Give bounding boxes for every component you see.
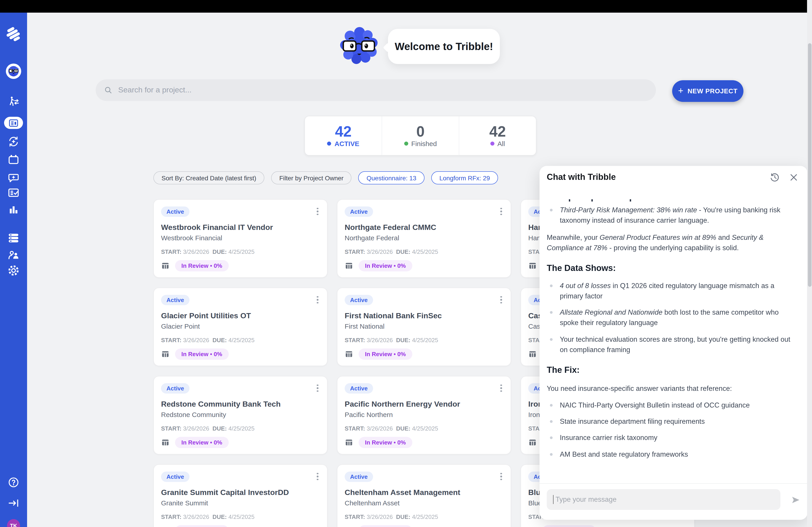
card-menu-button[interactable] <box>497 383 505 394</box>
mascot-avatar-icon[interactable] <box>6 63 21 79</box>
chat-bullet: AM Best and state regulatory frameworks <box>547 449 796 460</box>
table-icon <box>345 350 353 358</box>
project-card[interactable]: Active First National Bank FinSec First … <box>337 288 511 366</box>
project-search[interactable] <box>96 79 656 101</box>
chat-fix-intro: You need insurance-specific answer varia… <box>547 383 796 394</box>
status-badge: Active <box>161 295 189 305</box>
status-badge: Active <box>345 207 373 217</box>
stat-finished-value: 0 <box>416 124 425 139</box>
chat-title: Chat with Tribble <box>547 172 769 182</box>
app-root: TK Welcome to Tribble! <box>0 0 812 527</box>
project-title: Northgate Federal CMMC <box>345 223 503 232</box>
sidebar: TK <box>0 13 27 527</box>
chat-messages: Third-Party Risk Management: 38% win rat… <box>547 189 796 469</box>
project-title: Redstone Community Bank Tech <box>161 400 319 409</box>
chat-input[interactable] <box>555 495 774 504</box>
card-menu-button[interactable] <box>497 471 505 482</box>
status-badge: Active <box>161 471 189 482</box>
project-card[interactable]: Active Glacier Point Utilities OT Glacie… <box>154 288 328 366</box>
project-card[interactable]: Active Cheltenham Asset Management Chelt… <box>337 464 511 527</box>
stat-active[interactable]: 42 ACTIVE <box>305 116 382 155</box>
card-menu-button[interactable] <box>497 206 505 217</box>
project-subtitle: Northgate Federal <box>345 234 399 242</box>
table-icon <box>528 438 537 447</box>
chat-bullet: NAIC Third-Party Oversight Bulletin inst… <box>547 400 796 410</box>
checklist-icon[interactable] <box>8 187 19 199</box>
chat-panel: Chat with Tribble Third-Party Risk Manag… <box>539 166 808 520</box>
project-dates: START: 3/26/2026 DUE: 4/25/2025 <box>161 513 255 520</box>
project-dates: START: 3/26/2026 DUE: 4/25/2025 <box>161 425 255 432</box>
new-project-button[interactable]: + NEW PROJECT <box>672 80 743 102</box>
stat-active-value: 42 <box>335 124 351 139</box>
new-project-label: NEW PROJECT <box>687 88 738 95</box>
page-scrollbar-thumb[interactable] <box>808 43 811 287</box>
progress-badge: In Review • 0% <box>175 260 229 271</box>
welcome-text: Welcome to Tribble! <box>395 40 493 52</box>
plus-icon: + <box>678 86 683 96</box>
project-title: Pacific Northern Energy Vendor <box>345 400 503 409</box>
stat-all[interactable]: 42 All <box>459 116 536 155</box>
bar-chart-icon[interactable] <box>8 204 19 215</box>
progress-badge: In Review • 0% <box>359 525 412 527</box>
sign-out-icon[interactable] <box>8 497 19 509</box>
people-icon[interactable] <box>8 249 20 261</box>
chat-close-button[interactable] <box>788 171 799 183</box>
sort-by-chip[interactable]: Sort By: Created Date (latest first) <box>154 171 264 184</box>
table-icon <box>345 438 353 447</box>
project-dates: START: 3/26/2026 DUE: 4/25/2025 <box>161 249 255 255</box>
project-dates: START: 3/26/2026 DUE: 4/25/2025 <box>345 337 438 344</box>
clipped-message-line <box>547 198 796 203</box>
chat-data-bullets: 4 out of 8 losses in Q1 2026 cited regul… <box>547 280 796 355</box>
card-menu-button[interactable] <box>314 206 322 217</box>
project-card[interactable]: Active Granite Summit Capital InvestorDD… <box>154 464 328 527</box>
sidebar-item-projects-active[interactable] <box>4 117 23 129</box>
server-stack-icon[interactable] <box>8 232 20 244</box>
chat-closing-question: Want me to show you which specific quest… <box>547 467 796 469</box>
stat-finished[interactable]: 0 Finished <box>382 116 459 155</box>
questionnaire-chip[interactable]: Questionnaire: 13 <box>359 171 424 184</box>
calendar-icon[interactable] <box>8 154 19 165</box>
help-icon[interactable] <box>8 477 19 488</box>
walking-transfer-icon[interactable] <box>8 96 20 108</box>
chat-input-bar <box>539 483 808 520</box>
send-button[interactable] <box>791 495 801 506</box>
chat-sparkle-icon[interactable] <box>8 172 19 183</box>
table-icon <box>161 438 170 447</box>
chat-heading-fix: The Fix: <box>547 364 796 377</box>
table-icon <box>528 350 537 358</box>
project-subtitle: Glacier Point <box>161 322 200 330</box>
table-icon <box>161 261 170 270</box>
chat-bullet: Allstate Regional and Nationwide both lo… <box>547 307 796 328</box>
search-input[interactable] <box>117 85 525 95</box>
project-title: Cheltenham Asset Management <box>345 488 503 497</box>
stat-active-label: ACTIVE <box>334 140 359 147</box>
project-dates: START: 3/26/2026 DUE: 4/25/2025 <box>345 425 438 432</box>
chat-heading-data-shows: The Data Shows: <box>547 262 796 275</box>
chat-history-button[interactable] <box>769 171 780 183</box>
status-badge: Active <box>345 471 373 482</box>
project-dates: START: 3/26/2026 DUE: 4/25/2025 <box>345 513 438 520</box>
card-menu-button[interactable] <box>314 295 322 305</box>
longform-rfx-chip[interactable]: Longform RFx: 29 <box>431 171 498 184</box>
tribble-logo-icon[interactable] <box>5 26 21 42</box>
project-card[interactable]: Active Northgate Federal CMMC Northgate … <box>337 199 511 278</box>
settings-gear-icon[interactable] <box>8 265 20 276</box>
card-menu-button[interactable] <box>314 383 322 394</box>
project-dates: START: 3/26/2026 DUE: 4/25/2025 <box>161 337 255 344</box>
user-avatar[interactable]: TK <box>7 519 20 527</box>
sync-sparkle-icon[interactable] <box>8 135 20 148</box>
card-menu-button[interactable] <box>497 295 505 305</box>
project-title: Glacier Point Utilities OT <box>161 312 319 320</box>
project-card[interactable]: Active Redstone Community Bank Tech Reds… <box>154 376 328 454</box>
project-title: Westbrook Financial IT Vendor <box>161 223 319 232</box>
progress-badge: In Review • 0% <box>359 348 412 360</box>
project-card[interactable]: Active Westbrook Financial IT Vendor Wes… <box>154 199 328 278</box>
chat-paragraph: Meanwhile, your General Product Features… <box>547 232 796 253</box>
project-card[interactable]: Active Pacific Northern Energy Vendor Pa… <box>337 376 511 454</box>
chat-message-field[interactable] <box>547 489 780 510</box>
page-scrollbar-track <box>807 0 812 527</box>
chat-fix-bullets: NAIC Third-Party Oversight Bulletin inst… <box>547 400 796 460</box>
filter-owner-chip[interactable]: Filter by Project Owner <box>271 171 352 184</box>
card-menu-button[interactable] <box>314 471 322 482</box>
stat-all-value: 42 <box>489 124 506 139</box>
